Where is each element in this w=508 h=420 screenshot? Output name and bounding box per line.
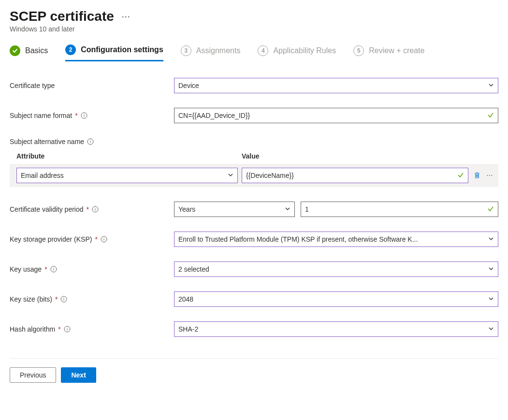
select-value: SHA-2 — [178, 325, 488, 333]
row-subject-name-format: Subject name format * i CN={{AAD_Device_… — [10, 108, 498, 123]
input-value: 1 — [305, 205, 487, 213]
checkmark-icon — [487, 205, 494, 214]
chevron-down-icon — [228, 172, 233, 179]
select-ksp[interactable]: Enroll to Trusted Platform Module (TPM) … — [174, 232, 498, 247]
step-label: Basics — [25, 46, 48, 55]
label-certificate-type: Certificate type — [10, 82, 55, 89]
row-ksp: Key storage provider (KSP) * i Enroll to… — [10, 232, 498, 247]
step-number-icon: 4 — [258, 45, 268, 56]
input-subject-name-format[interactable]: CN={{AAD_Device_ID}} — [174, 108, 498, 123]
row-certificate-type: Certificate type Device — [10, 78, 498, 93]
input-value: {{DeviceName}} — [246, 172, 457, 179]
svg-text:i: i — [90, 139, 91, 144]
required-indicator: * — [44, 265, 47, 273]
row-key-usage: Key usage * i 2 selected — [10, 261, 498, 277]
info-icon[interactable]: i — [81, 112, 87, 119]
form-area: Certificate type Device Subject name for… — [10, 78, 498, 337]
step-number-icon: 5 — [353, 45, 364, 56]
chevron-down-icon — [488, 295, 494, 303]
step-number-icon: 2 — [65, 44, 76, 55]
select-value: Device — [178, 82, 488, 89]
input-san-value[interactable]: {{DeviceName}} — [242, 168, 468, 183]
row-certificate-validity-period: Certificate validity period * i Years 1 — [10, 202, 498, 217]
select-value: Years — [178, 205, 285, 213]
select-san-attribute[interactable]: Email address — [16, 168, 238, 183]
svg-text:i: i — [53, 267, 54, 272]
checkmark-icon — [487, 112, 494, 120]
info-icon[interactable]: i — [101, 236, 107, 243]
san-header-value: Value — [242, 152, 260, 160]
chevron-down-icon — [488, 235, 494, 243]
svg-text:i: i — [84, 113, 85, 118]
more-actions-icon[interactable]: ··· — [122, 12, 131, 22]
row-hash-algorithm: Hash algorithm * i SHA-2 — [10, 321, 498, 337]
info-icon[interactable]: i — [87, 138, 94, 145]
next-button[interactable]: Next — [61, 367, 96, 383]
wizard-steps: Basics 2 Configuration settings 3 Assign… — [10, 44, 498, 61]
label-hash-algorithm: Hash algorithm — [10, 325, 55, 333]
input-value: CN={{AAD_Device_ID}} — [178, 112, 487, 119]
required-indicator: * — [58, 325, 60, 333]
select-certificate-type[interactable]: Device — [174, 78, 498, 93]
required-indicator: * — [75, 112, 77, 119]
info-icon[interactable]: i — [60, 296, 67, 303]
row-key-size: Key size (bits) * i 2048 — [10, 291, 498, 307]
step-label: Applicability Rules — [273, 46, 336, 55]
select-value: 2048 — [178, 295, 488, 303]
label-key-size: Key size (bits) — [10, 295, 52, 303]
san-row: Email address {{DeviceName}} ··· — [10, 164, 498, 187]
label-subject-alternative-name: Subject alternative name — [10, 138, 84, 145]
san-header-attribute: Attribute — [16, 152, 242, 160]
step-assignments[interactable]: 3 Assignments — [181, 44, 241, 61]
chevron-down-icon — [488, 265, 494, 273]
chevron-down-icon — [488, 325, 494, 333]
delete-icon[interactable] — [472, 171, 482, 180]
required-indicator: * — [55, 295, 58, 303]
checkmark-icon — [10, 45, 20, 56]
label-validity: Certificate validity period — [10, 205, 84, 213]
required-indicator: * — [87, 205, 89, 213]
page-title: SCEP certificate — [10, 9, 114, 24]
step-label: Review + create — [369, 46, 424, 55]
step-applicability-rules[interactable]: 4 Applicability Rules — [258, 44, 336, 61]
svg-text:i: i — [95, 207, 96, 212]
select-value: Email address — [21, 172, 228, 179]
svg-text:i: i — [103, 237, 104, 242]
input-validity-amount[interactable]: 1 — [301, 202, 498, 217]
select-value: 2 selected — [178, 265, 488, 273]
select-hash-algorithm[interactable]: SHA-2 — [174, 321, 498, 337]
select-key-usage[interactable]: 2 selected — [174, 261, 498, 277]
info-icon[interactable]: i — [64, 326, 71, 333]
info-icon[interactable]: i — [50, 266, 57, 273]
step-label: Assignments — [196, 46, 241, 55]
step-label: Configuration settings — [81, 45, 163, 54]
previous-button[interactable]: Previous — [10, 367, 56, 383]
page-subtitle: Windows 10 and later — [10, 25, 498, 33]
svg-text:i: i — [67, 327, 68, 332]
step-basics[interactable]: Basics — [10, 44, 48, 61]
label-subject-name-format: Subject name format — [10, 112, 72, 119]
select-key-size[interactable]: 2048 — [174, 291, 498, 307]
required-indicator: * — [95, 235, 97, 243]
checkmark-icon — [457, 172, 464, 180]
select-validity-unit[interactable]: Years — [174, 202, 295, 217]
select-value: Enroll to Trusted Platform Module (TPM) … — [178, 235, 488, 243]
svg-text:i: i — [63, 297, 64, 302]
san-section: Subject alternative name i Attribute Val… — [10, 138, 498, 187]
chevron-down-icon — [285, 205, 290, 213]
wizard-footer: Previous Next — [10, 359, 498, 383]
step-number-icon: 3 — [181, 45, 191, 56]
step-configuration-settings[interactable]: 2 Configuration settings — [65, 44, 163, 61]
chevron-down-icon — [488, 82, 494, 89]
label-key-usage: Key usage — [10, 265, 42, 273]
more-icon[interactable]: ··· — [485, 171, 494, 180]
step-review-create[interactable]: 5 Review + create — [353, 44, 424, 61]
page-header: SCEP certificate ··· Windows 10 and late… — [10, 9, 498, 33]
label-ksp: Key storage provider (KSP) — [10, 235, 92, 243]
info-icon[interactable]: i — [92, 206, 99, 213]
